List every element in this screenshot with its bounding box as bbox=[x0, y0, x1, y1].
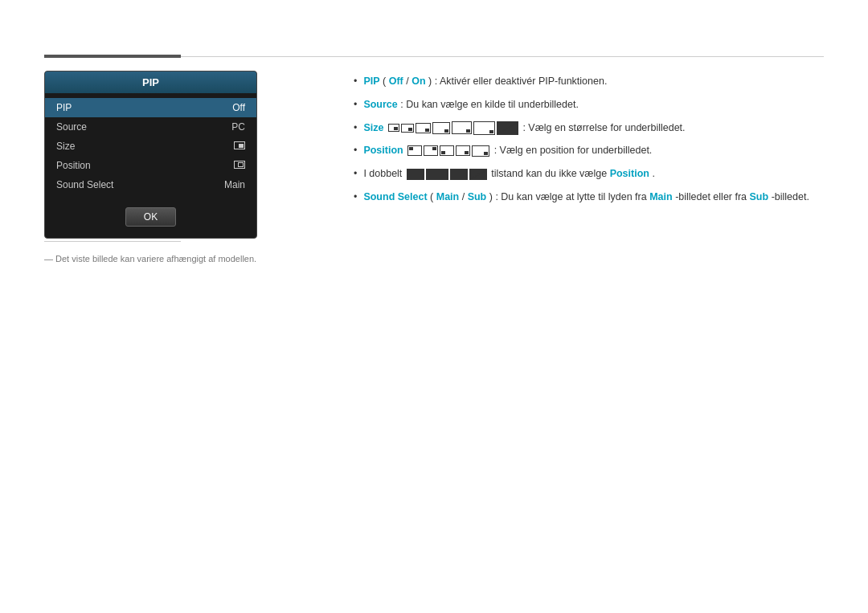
pip-item-label-source: Source bbox=[56, 121, 87, 133]
double-icon-3 bbox=[450, 169, 468, 180]
thick-line bbox=[44, 55, 181, 58]
pip-item-label-sound-select: Sound Select bbox=[56, 179, 113, 190]
pip-menu-item-position[interactable]: Position bbox=[45, 156, 256, 175]
pos-icon-tr bbox=[424, 145, 438, 156]
desc-source-highlight: Source bbox=[363, 99, 397, 110]
pip-item-label-pip: PIP bbox=[56, 102, 72, 113]
double-icon-1 bbox=[407, 169, 424, 180]
desc-position-rest: : Vælg en position for underbilledet. bbox=[494, 145, 653, 156]
desc-sound-text: Sound Select ( Main / Sub ) : Du kan væl… bbox=[363, 190, 809, 205]
double-icons-group bbox=[407, 169, 487, 180]
size-icons-group bbox=[388, 121, 518, 135]
pip-item-value-size bbox=[234, 141, 245, 152]
position-icon bbox=[234, 161, 245, 169]
pip-item-value-source: PC bbox=[231, 121, 245, 133]
desc-sound-sub-bold: Sub bbox=[750, 191, 769, 202]
desc-position-note-rest1: tilstand kan du ikke vælge bbox=[491, 168, 609, 179]
desc-pip-paren-open: ( bbox=[383, 76, 386, 87]
size-icon bbox=[234, 141, 245, 149]
desc-pip-text: PIP ( Off / On ) : Aktivér eller deaktiv… bbox=[363, 74, 607, 89]
desc-sound-rest2: -billedet eller fra bbox=[675, 191, 749, 202]
pip-dialog: PIP PIP Off Source PC Size Position bbox=[44, 71, 257, 239]
desc-pip-on: On bbox=[411, 76, 425, 87]
desc-size-highlight: Size bbox=[363, 122, 383, 133]
pip-item-value-position bbox=[234, 160, 245, 171]
desc-position-note-text: I dobbelt tilstand kan du ikke vælge Pos… bbox=[363, 166, 655, 182]
desc-position-note-dash: I dobbelt bbox=[363, 168, 404, 179]
desc-size-text: Size : Vælg en størrelse for underbilled… bbox=[363, 121, 685, 136]
description-list: PIP ( Off / On ) : Aktivér eller deaktiv… bbox=[354, 74, 824, 205]
desc-sound-main: Main bbox=[436, 191, 459, 202]
pip-menu-item-pip[interactable]: PIP Off bbox=[45, 98, 256, 117]
desc-source-rest: : Du kan vælge en kilde til underbillede… bbox=[400, 99, 579, 110]
pos-icon-custom bbox=[472, 145, 489, 157]
pip-item-label-size: Size bbox=[56, 141, 75, 152]
desc-sound-rest3: -billedet. bbox=[772, 191, 809, 202]
desc-sound-paren-close: ) bbox=[489, 191, 493, 202]
desc-sound-sub: Sub bbox=[468, 191, 487, 202]
pip-item-label-position: Position bbox=[56, 160, 91, 171]
position-icons-group bbox=[407, 145, 489, 157]
pos-icon-tl bbox=[407, 145, 422, 156]
size-icon-small bbox=[388, 124, 399, 132]
pip-menu-item-size[interactable]: Size bbox=[45, 137, 256, 156]
size-icon-large bbox=[432, 122, 450, 134]
pip-menu-item-source[interactable]: Source PC bbox=[45, 117, 256, 137]
pip-ok-button[interactable]: OK bbox=[125, 207, 176, 227]
desc-position-note-bold: Position bbox=[610, 168, 649, 179]
size-icon-xxlarge bbox=[473, 121, 495, 135]
desc-pip-rest: : Aktivér eller deaktivér PIP-funktionen… bbox=[435, 76, 608, 87]
desc-position-highlight: Position bbox=[363, 145, 403, 156]
size-icon-small2 bbox=[401, 124, 414, 133]
desc-item-position: Position : Vælg en position for underbil… bbox=[354, 143, 824, 158]
desc-item-sound-select: Sound Select ( Main / Sub ) : Du kan væl… bbox=[354, 190, 824, 205]
footer-note: ― Det viste billede kan variere afhængig… bbox=[44, 254, 256, 264]
desc-source-text: Source : Du kan vælge en kilde til under… bbox=[363, 97, 579, 112]
pos-icon-br bbox=[456, 145, 470, 156]
desc-sound-main-bold: Main bbox=[649, 191, 672, 202]
size-icon-xlarge bbox=[452, 121, 472, 134]
descriptions-panel: PIP ( Off / On ) : Aktivér eller deaktiv… bbox=[354, 74, 824, 213]
desc-sound-slash: / bbox=[462, 191, 468, 202]
desc-size-rest: : Vælg en størrelse for underbilledet. bbox=[522, 122, 685, 133]
desc-sound-paren-open: ( bbox=[430, 191, 433, 202]
double-icon-2 bbox=[426, 169, 448, 180]
desc-sound-rest1: : Du kan vælge at lytte til lyden fra bbox=[495, 191, 649, 202]
size-icon-medium bbox=[416, 123, 431, 133]
double-icon-strike bbox=[469, 169, 487, 180]
bottom-divider bbox=[44, 241, 181, 242]
desc-item-source: Source : Du kan vælge en kilde til under… bbox=[354, 97, 824, 112]
desc-position-text: Position : Vælg en position for underbil… bbox=[363, 143, 652, 158]
desc-pip-paren-close: ) bbox=[428, 76, 432, 87]
pip-menu-item-sound-select[interactable]: Sound Select Main bbox=[45, 175, 256, 194]
desc-sound-highlight: Sound Select bbox=[363, 191, 427, 202]
pip-item-value-pip: Off bbox=[232, 102, 245, 113]
desc-pip-off: Off bbox=[389, 76, 403, 87]
desc-item-size: Size : Vælg en størrelse for underbilled… bbox=[354, 121, 824, 136]
desc-pip-highlight: PIP bbox=[363, 76, 379, 87]
pip-menu: PIP Off Source PC Size Position Sound Se… bbox=[45, 93, 256, 199]
desc-item-position-note: I dobbelt tilstand kan du ikke vælge Pos… bbox=[354, 166, 824, 182]
thin-line bbox=[181, 56, 824, 57]
size-icon-strike bbox=[497, 121, 518, 135]
pip-title: PIP bbox=[45, 72, 256, 93]
pip-item-value-sound-select: Main bbox=[224, 179, 245, 190]
pos-icon-bl bbox=[440, 145, 454, 156]
top-divider bbox=[44, 55, 824, 58]
desc-position-note-rest2: . bbox=[652, 168, 654, 179]
pip-ok-row: OK bbox=[45, 199, 256, 238]
desc-item-pip: PIP ( Off / On ) : Aktivér eller deaktiv… bbox=[354, 74, 824, 89]
